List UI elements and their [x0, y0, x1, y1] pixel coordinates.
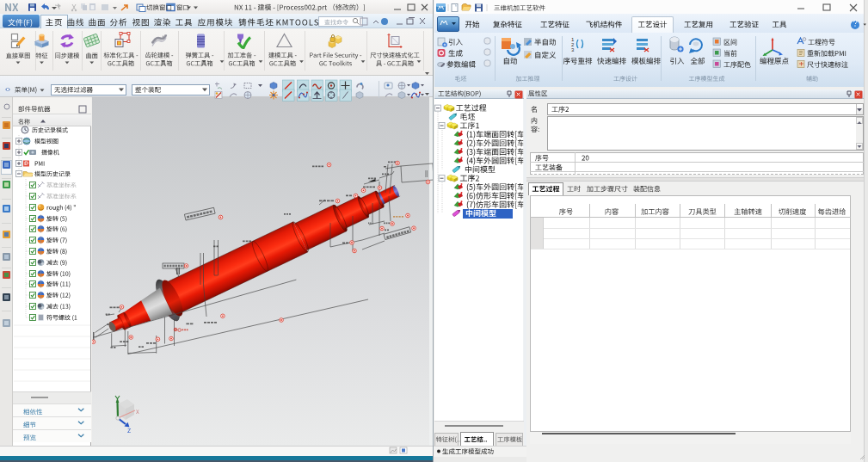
- svg-text:3: 3: [571, 47, 575, 52]
